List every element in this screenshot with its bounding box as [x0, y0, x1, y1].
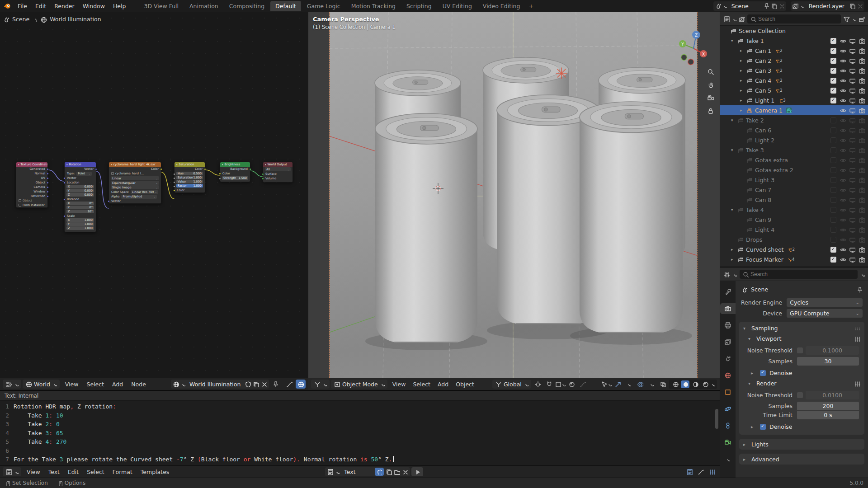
outliner-row[interactable]: Can 1 2 [720, 46, 868, 56]
hide-eye-toggle[interactable] [840, 216, 846, 223]
color-space-row[interactable]: Color SpaceLinear Rec.709 [109, 190, 161, 194]
workspace-tab[interactable]: Motion Tracking [346, 1, 401, 11]
saturation-field[interactable]: Saturation1.000 [176, 176, 203, 179]
node-output-socket[interactable]: Background [220, 167, 250, 171]
new-text-icon[interactable] [386, 469, 392, 475]
expand-arrow-icon[interactable] [740, 68, 747, 73]
node-output-socket[interactable]: Reflection [16, 194, 47, 198]
collection-checkbox[interactable] [830, 207, 836, 213]
outliner-row[interactable]: Light 4 [720, 225, 868, 235]
rail-overflow-chevron[interactable] [720, 454, 736, 465]
topbar-menu-item[interactable]: Window [79, 1, 109, 11]
disable-render-toggle[interactable] [859, 177, 865, 183]
disable-render-toggle[interactable] [859, 246, 865, 253]
node-input-socket[interactable]: Volume [263, 176, 292, 181]
orientation-dropdown[interactable]: Global [492, 380, 531, 389]
hide-eye-toggle[interactable] [840, 246, 846, 253]
node-world-output[interactable]: World Output All Surface Volume [263, 162, 293, 183]
pin-icon[interactable] [763, 3, 769, 9]
scale-x[interactable]: X1.000 [66, 218, 94, 222]
outliner-item-label[interactable]: Light 4 [755, 226, 774, 233]
disable-viewport-toggle[interactable] [849, 67, 855, 74]
collection-checkbox[interactable] [830, 48, 836, 54]
target-dropdown[interactable]: All [265, 167, 291, 171]
expand-arrow-icon[interactable] [740, 98, 747, 103]
disable-viewport-toggle[interactable] [849, 246, 855, 253]
projection-dropdown[interactable]: Equirectangular [111, 181, 159, 185]
workspace-tab[interactable]: Video Editing [478, 1, 525, 11]
viewport-noise-threshold-field[interactable]: 0.1000 [806, 346, 859, 355]
disable-viewport-toggle[interactable] [849, 107, 855, 113]
device-dropdown[interactable]: GPU Compute [787, 309, 863, 318]
location-x[interactable]: X0.000 [66, 185, 94, 188]
disable-viewport-toggle[interactable] [849, 187, 855, 193]
viewport-denoise-checkbox[interactable] [760, 370, 766, 376]
text-line[interactable]: 1 Rotation HDR map, Z rotation: [0, 402, 720, 411]
rotation-label[interactable]: Rotation [65, 197, 96, 201]
workspace-tab[interactable]: Animation [184, 1, 223, 11]
strength-field[interactable]: Strength1.500 [222, 176, 248, 180]
xray-toggle[interactable] [658, 380, 668, 389]
disable-viewport-toggle[interactable] [849, 137, 855, 143]
snap-curve-icon[interactable] [284, 380, 294, 389]
node-header[interactable]: Saturation [175, 162, 205, 167]
expand-arrow-icon[interactable] [731, 118, 738, 122]
rotation-x[interactable]: X0° [66, 202, 94, 205]
disable-render-toggle[interactable] [859, 226, 865, 233]
collection-checkbox[interactable] [830, 147, 836, 153]
rotation-y[interactable]: Y0° [66, 206, 94, 209]
node-header[interactable]: Rotation [65, 162, 96, 167]
node-output-socket[interactable]: Generated [16, 167, 47, 171]
disable-render-toggle[interactable] [859, 256, 865, 263]
value-field[interactable]: Value1.000 [176, 180, 203, 183]
collection-checkbox[interactable] [830, 78, 836, 84]
outliner-item-label[interactable]: Take 4 [746, 206, 764, 213]
scale-y[interactable]: Y1.000 [66, 222, 94, 226]
tab-constraints[interactable] [720, 420, 736, 431]
viewport-menu-item[interactable]: Select [409, 379, 434, 389]
workspace-tab[interactable]: Game Logic [302, 1, 345, 11]
hue-field[interactable]: Hue0.500 [176, 172, 203, 175]
outliner-item-label[interactable]: Can 4 [755, 77, 771, 84]
node-rotation-mapping[interactable]: Rotation Vector Type:Point Vector Locati… [64, 162, 96, 232]
collection-checkbox[interactable] [830, 177, 836, 183]
disable-viewport-toggle[interactable] [849, 226, 855, 233]
hide-eye-toggle[interactable] [840, 77, 846, 84]
hide-eye-toggle[interactable] [840, 107, 846, 113]
chevron-down-icon[interactable] [732, 17, 736, 21]
disable-render-toggle[interactable] [859, 57, 865, 64]
syntax-highlight-toggle[interactable] [707, 467, 717, 476]
expand-arrow-icon[interactable] [731, 247, 738, 252]
outliner-row[interactable]: Light 3 [720, 175, 868, 185]
outliner-item-label[interactable]: Curved sheet [746, 246, 784, 253]
node-header[interactable]: Texture Coordinate [16, 162, 47, 167]
hide-eye-toggle[interactable] [840, 67, 846, 74]
disable-viewport-toggle[interactable] [849, 236, 855, 243]
image-datablock[interactable]: cyclorama_hard_l... [109, 171, 161, 176]
expand-arrow-icon[interactable] [740, 88, 747, 93]
viewlayer-icon[interactable] [792, 3, 798, 9]
properties-editor-icon[interactable] [723, 271, 730, 277]
outliner-row[interactable]: Can 3 2 [720, 66, 868, 75]
viewlayer-name[interactable]: RenderLayer [806, 3, 848, 9]
outliner-row[interactable]: Take 2 [720, 115, 868, 125]
tab-world[interactable] [720, 370, 736, 381]
world-icon[interactable] [173, 381, 179, 387]
noise-threshold-checkbox[interactable] [797, 392, 803, 398]
scene-name[interactable]: Scene [728, 3, 762, 9]
text-icon[interactable] [327, 469, 333, 475]
topbar-menu-item[interactable]: File [14, 1, 31, 11]
outliner-row[interactable]: Gotas extra [720, 155, 868, 165]
scene-icon[interactable] [715, 3, 721, 9]
outliner-item-label[interactable]: Can 1 [755, 47, 771, 54]
hide-eye-toggle[interactable] [840, 147, 846, 153]
alpha-row[interactable]: AlphaPremultiplied [109, 194, 161, 199]
outliner-item-label[interactable]: Gotas extra 2 [755, 167, 793, 174]
text-menu-item[interactable]: Select [83, 467, 108, 477]
render-engine-dropdown[interactable]: Cycles [787, 298, 863, 307]
tab-tool[interactable] [720, 286, 736, 297]
zoom-icon[interactable] [707, 68, 714, 75]
outliner-row[interactable]: Curved sheet 2 [720, 244, 868, 254]
factor-field[interactable]: Factor1.000 [176, 184, 203, 188]
shading-dropdown[interactable] [711, 382, 715, 386]
